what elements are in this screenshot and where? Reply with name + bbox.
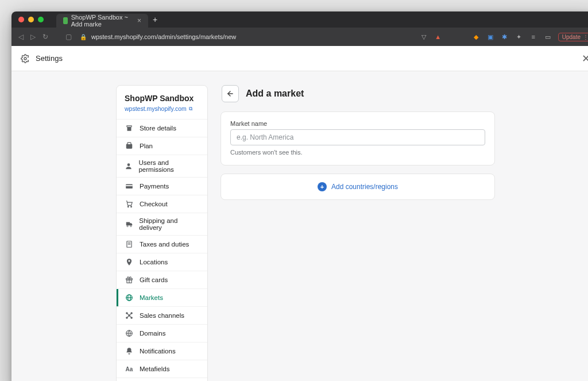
settings-topbar: Settings ✕ (11, 46, 588, 71)
sidebar-item-label: Locations (140, 259, 168, 265)
tab-title: ShopWP Sandbox ~ Add marke (71, 14, 128, 28)
notifications-icon (125, 347, 134, 356)
update-button[interactable]: Update⋮ (558, 33, 588, 41)
browser-tab[interactable]: ShopWP Sandbox ~ Add marke × (56, 14, 148, 28)
sidebar-item-label: Gift cards (140, 276, 168, 283)
sidebar-item-plan[interactable]: Plan (117, 137, 207, 155)
checkout-icon (125, 199, 134, 209)
channels-icon (125, 311, 134, 320)
sidebar-item-label: Checkout (140, 201, 168, 207)
sidebar-item-label: Store details (140, 125, 176, 132)
svg-line-26 (127, 316, 129, 317)
sidebar-item-notifications[interactable]: Notifications (117, 342, 207, 360)
settings-sidebar: ShopWP Sandbox wpstest.myshopify.com ⧉ S… (116, 85, 208, 381)
sidebar-item-label: Users and permissions (138, 159, 199, 173)
sidebar-item-domains[interactable]: Domains (117, 324, 207, 342)
reading-list-icon[interactable]: ≡ (529, 33, 537, 41)
sidebar-item-label: Shipping and delivery (139, 217, 199, 231)
sidebar-item-payments[interactable]: Payments (117, 177, 207, 195)
sidebar-item-label: Payments (140, 183, 169, 190)
svg-rect-4 (126, 184, 133, 189)
store-title: ShopWP Sandbox (125, 94, 199, 103)
plan-icon (125, 141, 134, 151)
extension-icon-3[interactable]: ✱ (501, 33, 509, 41)
maximize-window[interactable] (38, 17, 44, 22)
svg-point-9 (130, 225, 131, 226)
tab-close-icon[interactable]: × (137, 17, 141, 24)
shield-icon[interactable]: ▽ (420, 33, 428, 41)
content-area: ShopWP Sandbox wpstest.myshopify.com ⧉ S… (11, 71, 588, 381)
extensions-icon[interactable]: ✦ (515, 33, 523, 41)
user-icon (125, 161, 133, 171)
sidebar-toggle-icon[interactable]: ▢ (65, 33, 72, 41)
svg-rect-2 (127, 143, 131, 145)
svg-point-19 (129, 315, 130, 316)
sidebar-item-locations[interactable]: Locations (117, 253, 207, 271)
sidebar-item-checkout[interactable]: Checkout (117, 195, 207, 213)
close-window[interactable] (18, 17, 24, 22)
sidebar-item-label: Metafields (140, 365, 169, 372)
sidebar-item-taxes-and-duties[interactable]: Taxes and duties (117, 235, 207, 253)
extension-icon-1[interactable]: ◆ (472, 33, 480, 41)
svg-point-0 (24, 57, 26, 60)
warning-icon[interactable]: ▲ (434, 33, 442, 41)
arrow-left-icon (226, 90, 234, 98)
main-content: Add a market Market name Customers won't… (220, 85, 495, 200)
store-url-link[interactable]: wpstest.myshopify.com ⧉ (125, 105, 199, 112)
external-link-icon: ⧉ (189, 106, 192, 112)
helper-text: Customers won't see this. (230, 149, 485, 156)
markets-icon (125, 293, 134, 302)
gift-icon (125, 275, 134, 284)
svg-rect-5 (126, 185, 133, 186)
location-icon (125, 257, 134, 267)
sidebar-item-users-and-permissions[interactable]: Users and permissions (117, 155, 207, 177)
market-name-input[interactable] (230, 129, 485, 145)
reload-icon[interactable]: ↻ (42, 33, 48, 41)
window-controls (18, 17, 44, 22)
plus-circle-icon: + (318, 182, 327, 191)
sidebar-item-store-details[interactable]: Store details (117, 119, 207, 137)
back-button[interactable] (222, 85, 239, 102)
shipping-icon (125, 220, 133, 229)
sidebar-item-gift-cards[interactable]: Gift cards (117, 271, 207, 288)
sidebar-item-metafields[interactable]: AaMetafields (117, 360, 207, 378)
svg-point-6 (127, 206, 129, 207)
metafields-icon: Aa (125, 364, 134, 374)
sidebar-item-label: Domains (140, 330, 165, 337)
bookmark-icon[interactable]: ▭ (544, 33, 552, 41)
sidebar-item-label: Sales channels (140, 312, 184, 319)
market-name-card: Market name Customers won't see this. (220, 111, 495, 166)
payments-icon (125, 182, 134, 191)
svg-point-8 (127, 225, 128, 226)
forward-icon[interactable]: ▷ (30, 33, 36, 41)
sidebar-item-shipping-and-delivery[interactable]: Shipping and delivery (117, 213, 207, 235)
add-countries-button[interactable]: + Add countries/regions (220, 174, 495, 200)
svg-line-27 (130, 316, 131, 317)
new-tab-button[interactable]: + (153, 15, 157, 24)
svg-point-3 (127, 163, 130, 166)
url-bar: ◁ ▷ ↻ ▢ 🔒 wpstest.myshopify.com/admin/se… (11, 28, 588, 46)
sidebar-item-label: Notifications (140, 348, 176, 355)
sidebar-item-label: Taxes and duties (140, 241, 189, 248)
sidebar-item-label: Plan (140, 143, 153, 149)
extension-icon-2[interactable]: ▣ (486, 33, 494, 41)
settings-label: Settings (36, 54, 63, 63)
lock-icon: 🔒 (80, 34, 87, 40)
back-icon[interactable]: ◁ (18, 33, 24, 41)
field-label: Market name (230, 120, 485, 127)
browser-window: ShopWP Sandbox ~ Add marke × + ◁ ▷ ↻ ▢ 🔒… (11, 11, 588, 381)
page-title: Add a market (246, 88, 304, 99)
svg-point-21 (131, 313, 132, 314)
svg-point-22 (126, 317, 127, 318)
sidebar-item-sales-channels[interactable]: Sales channels (117, 306, 207, 324)
store-icon (125, 124, 134, 133)
sidebar-item-files[interactable]: Files (117, 378, 207, 381)
close-icon[interactable]: ✕ (582, 52, 588, 65)
address-bar[interactable]: 🔒 wpstest.myshopify.com/admin/settings/m… (80, 33, 412, 40)
minimize-window[interactable] (28, 17, 34, 22)
url-text: wpstest.myshopify.com/admin/settings/mar… (91, 33, 236, 40)
titlebar: ShopWP Sandbox ~ Add marke × + (11, 11, 588, 28)
sidebar-item-markets[interactable]: Markets (117, 288, 207, 306)
domains-icon (125, 329, 134, 338)
svg-point-23 (131, 317, 132, 318)
